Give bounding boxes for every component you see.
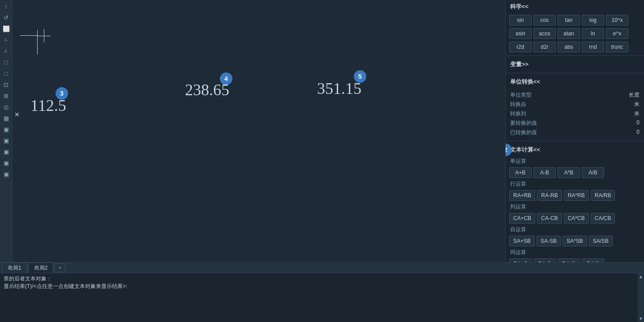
science-row2: asin acos atan ln e^x <box>506 27 644 40</box>
unit-header[interactable]: 单位转换<< <box>506 75 644 89</box>
btn-catb[interactable]: CA*CB <box>564 213 589 224</box>
btn-sadb[interactable]: SA/SB <box>589 236 613 246</box>
unit-to-value: 米 <box>634 110 640 118</box>
btn-cos[interactable]: cos <box>533 15 556 25</box>
science-header: 科学<< <box>506 0 644 13</box>
unit-table: 单位类型 长度 转换自 米 转换到 米 要转换的值 0 已转换的值 0 <box>506 89 644 139</box>
btn-ex[interactable]: e^x <box>606 28 628 39</box>
text-calc-header-row: 文本计算<< 2 <box>506 143 644 157</box>
single-op-label: 单运算 <box>506 157 644 166</box>
toolbar-grid[interactable]: ⊡ <box>1 79 12 90</box>
col-op-row: CA+CB CA-CB CA*CB CA/CB <box>506 212 644 225</box>
self-op-label: 自运算 <box>506 225 644 234</box>
btn-ramb[interactable]: RA-RB <box>537 190 562 201</box>
side-toolbar: ↑ ↺ ⬜ /- /- □ □ ⊡ ⊞ ◎ ▦ ▣ ▣ ▣ ▣ ▣ <box>0 0 13 262</box>
btn-rats[interactable]: RA*S <box>558 258 580 262</box>
self-op-row: SA+SB SA-SB SA*SB SA/SB <box>506 234 644 248</box>
toolbar-img2[interactable]: ▣ <box>1 135 12 146</box>
btn-trunc[interactable]: trunc <box>606 42 628 52</box>
unit-from-label: 转换自 <box>510 101 526 108</box>
unit-type-value: 长度 <box>629 91 640 99</box>
toolbar-img4[interactable]: ▣ <box>1 157 12 168</box>
unit-output-label: 已转换的值 <box>510 129 537 136</box>
toolbar-arrow-up[interactable]: ↑ <box>1 1 12 12</box>
crosshair-h-ext <box>20 35 38 36</box>
toolbar-img5[interactable]: ▣ <box>1 169 12 179</box>
btn-atb[interactable]: A*B <box>558 167 580 178</box>
toolbar-grid2[interactable]: ⊞ <box>1 90 12 101</box>
unit-row-output: 已转换的值 0 <box>510 128 640 137</box>
btn-satb[interactable]: SA*SB <box>562 236 587 246</box>
btn-apb[interactable]: A+B <box>509 167 532 178</box>
btn-log[interactable]: log <box>582 15 604 25</box>
row-op-label: 行运算 <box>506 179 644 189</box>
command-line1: 章的后者文本对象： <box>4 275 633 283</box>
scroll-down[interactable]: ▼ <box>638 315 644 322</box>
toolbar-slash1[interactable]: /- <box>1 34 12 45</box>
btn-sin[interactable]: sin <box>509 15 532 25</box>
science-row1: sin cos tan log 10^x <box>506 13 644 27</box>
number-238: 238.65 <box>185 80 229 99</box>
btn-ln[interactable]: ln <box>582 28 604 39</box>
btn-camb[interactable]: CA-CB <box>537 213 562 224</box>
command-lines: 章的后者文本对象： 显示结果(T)/<点任意一点创建文本对象来显示结果>: <box>4 275 640 290</box>
btn-rams[interactable]: RA-S <box>533 258 556 262</box>
btn-d2r[interactable]: d2r <box>533 42 556 52</box>
toolbar-rect2[interactable]: □ <box>1 68 12 79</box>
crosshair <box>37 29 51 42</box>
number-351: 351.15 <box>317 79 361 98</box>
btn-adb[interactable]: A/B <box>582 167 604 178</box>
btn-raps[interactable]: RA+S <box>509 258 532 262</box>
btn-10x[interactable]: 10^x <box>606 15 628 25</box>
btn-r2d[interactable]: r2d <box>509 42 532 52</box>
btn-rapb[interactable]: RA+RB <box>509 190 535 201</box>
right-panel: 科学<< sin cos tan log 10^x asin acos atan… <box>505 0 644 262</box>
btn-rads[interactable]: RA/S <box>582 258 604 262</box>
toolbar-rect[interactable]: □ <box>1 57 12 68</box>
unit-type-label: 单位类型 <box>510 91 532 99</box>
tab-layout1[interactable]: 布局1 <box>2 263 27 273</box>
btn-atan[interactable]: atan <box>558 28 580 39</box>
divider2 <box>506 73 644 73</box>
toolbar-table[interactable]: ▦ <box>1 113 12 123</box>
btn-radb[interactable]: RA/RB <box>591 190 615 201</box>
unit-to-label: 转换到 <box>510 110 526 118</box>
btn-asin[interactable]: asin <box>509 28 532 39</box>
number-112: 112.5 <box>30 96 66 115</box>
unit-row-from: 转换自 米 <box>510 100 640 109</box>
tab-bar: 布局1 布局2 + <box>0 262 644 273</box>
toolbar-img3[interactable]: ▣ <box>1 146 12 157</box>
unit-output-value: 0 <box>636 129 640 136</box>
btn-abs[interactable]: abs <box>558 42 580 52</box>
divider1 <box>506 55 644 56</box>
tab-add[interactable]: + <box>54 263 65 272</box>
toolbar-circle[interactable]: ◎ <box>1 102 12 112</box>
scroll-up[interactable]: ▲ <box>638 273 644 280</box>
canvas-area[interactable]: 3 112.5 4 238.65 5 351.15 ✕ <box>13 0 505 262</box>
toolbar-img1[interactable]: ▣ <box>1 124 12 135</box>
unit-row-input: 要转换的值 0 <box>510 119 640 128</box>
toolbar-slash2[interactable]: /- <box>1 46 12 56</box>
same-op-row1: RA+S RA-S RA*S RA/S <box>506 257 644 262</box>
science-row3: r2d d2r abs rnd trunc <box>506 40 644 54</box>
btn-cadb[interactable]: CA/CB <box>591 213 615 224</box>
btn-acos[interactable]: acos <box>533 28 556 39</box>
btn-sapb[interactable]: SA+SB <box>509 236 535 246</box>
unit-row-type: 单位类型 长度 <box>510 90 640 100</box>
command-scrollbar[interactable]: ▲ ▼ <box>638 273 644 322</box>
btn-ratb[interactable]: RA*RB <box>564 190 589 201</box>
tab-layout2[interactable]: 布局2 <box>28 263 54 273</box>
toolbar-undo[interactable]: ↺ <box>1 12 12 23</box>
btn-samb[interactable]: SA-SB <box>537 236 561 246</box>
btn-tan[interactable]: tan <box>558 15 580 25</box>
variable-header[interactable]: 变量>> <box>506 58 644 71</box>
single-op-row: A+B A-B A*B A/B <box>506 166 644 179</box>
btn-capb[interactable]: CA+CB <box>509 213 535 224</box>
btn-amb[interactable]: A-B <box>533 167 556 178</box>
divider3 <box>506 141 644 141</box>
row-op-row: RA+RB RA-RB RA*RB RA/RB <box>506 189 644 202</box>
same-op-label: 同运算 <box>506 248 644 257</box>
text-calc-header[interactable]: 文本计算<< <box>506 143 644 157</box>
btn-rnd[interactable]: rnd <box>582 42 604 52</box>
toolbar-box[interactable]: ⬜ <box>1 23 12 34</box>
